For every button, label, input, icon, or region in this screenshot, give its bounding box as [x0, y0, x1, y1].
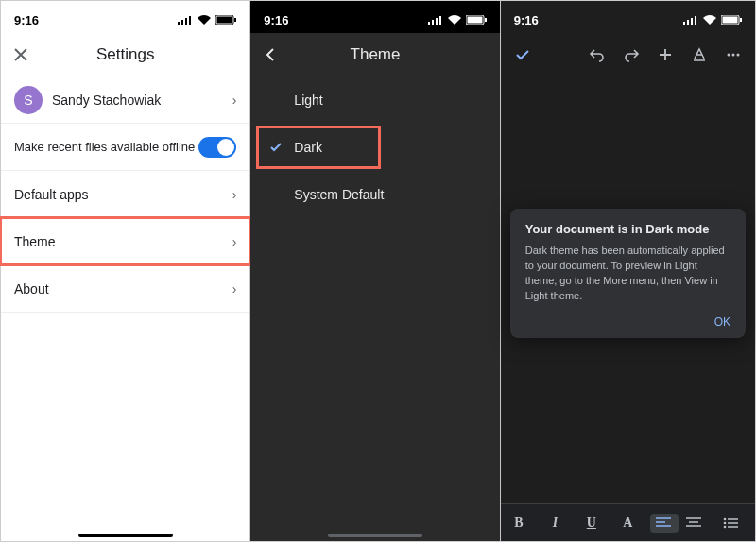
svg-rect-6: [234, 18, 236, 22]
svg-rect-16: [691, 18, 693, 25]
three-screenshot-row: 9:16 Settings S Sandy Stachowiak › Make …: [0, 0, 756, 542]
screen-theme: 9:16 Theme Light Dark Sy: [250, 1, 500, 541]
screen-settings: 9:16 Settings S Sandy Stachowiak › Make …: [1, 1, 250, 541]
svg-point-22: [732, 54, 735, 57]
svg-rect-19: [723, 17, 738, 24]
chevron-left-icon: [262, 46, 279, 63]
chevron-right-icon: ›: [232, 234, 237, 249]
about-label: About: [14, 281, 49, 296]
popup-body: Dark theme has been automatically applie…: [525, 244, 730, 304]
battery-icon: [466, 15, 487, 25]
bold-button[interactable]: B: [505, 516, 533, 531]
svg-rect-0: [178, 22, 180, 25]
plus-icon: [657, 46, 674, 63]
close-icon: [12, 46, 29, 63]
theme-option-label: Dark: [288, 140, 322, 155]
theme-header: Theme: [250, 33, 499, 76]
redo-icon: [623, 46, 640, 63]
text-color-button[interactable]: A: [613, 516, 642, 531]
svg-rect-13: [485, 18, 487, 22]
wifi-icon: [198, 15, 211, 25]
chevron-right-icon: ›: [232, 187, 237, 202]
italic-button[interactable]: I: [541, 516, 569, 531]
more-icon: [725, 46, 742, 63]
popup-ok-button[interactable]: OK: [525, 315, 730, 329]
document-canvas[interactable]: Your document is in Dark mode Dark theme…: [501, 76, 755, 503]
default-apps-row[interactable]: Default apps ›: [1, 171, 249, 218]
list-icon: [723, 517, 738, 529]
avatar: S: [14, 86, 43, 114]
about-row[interactable]: About ›: [1, 265, 249, 313]
status-time: 9:16: [14, 13, 39, 27]
svg-rect-3: [189, 16, 191, 25]
signal-icon: [683, 15, 698, 25]
svg-point-26: [723, 525, 726, 528]
popup-title: Your document is in Dark mode: [525, 222, 730, 236]
offline-toggle-row[interactable]: Make recent files available offline: [1, 124, 249, 171]
check-icon: [264, 140, 288, 155]
status-right: [178, 15, 236, 25]
align-left-button[interactable]: [650, 514, 679, 533]
svg-rect-12: [467, 17, 482, 24]
status-bar: 9:16: [250, 1, 499, 33]
align-center-button[interactable]: [686, 517, 714, 529]
offline-switch[interactable]: [198, 137, 236, 158]
svg-rect-15: [687, 20, 689, 25]
undo-button[interactable]: [589, 46, 606, 63]
list-button[interactable]: [723, 517, 751, 529]
settings-header: Settings: [1, 33, 249, 76]
done-button[interactable]: [514, 46, 531, 63]
home-indicator: [78, 534, 173, 537]
status-time: 9:16: [264, 13, 288, 27]
text-format-icon: [691, 46, 708, 63]
align-left-icon: [656, 517, 671, 529]
account-row[interactable]: S Sandy Stachowiak ›: [1, 76, 249, 124]
status-right: [428, 15, 487, 25]
redo-button[interactable]: [623, 46, 640, 63]
chevron-right-icon: ›: [232, 93, 237, 108]
account-name: Sandy Stachowiak: [52, 93, 161, 108]
back-button[interactable]: [262, 46, 279, 63]
theme-option-label: Light: [288, 93, 322, 108]
close-button[interactable]: [12, 46, 29, 63]
undo-icon: [589, 46, 606, 63]
status-right: [683, 15, 742, 25]
svg-rect-7: [428, 22, 430, 25]
wifi-icon: [703, 15, 716, 25]
theme-option-light[interactable]: Light: [250, 76, 499, 124]
svg-rect-20: [740, 18, 742, 22]
more-button[interactable]: [725, 46, 742, 63]
battery-icon: [215, 15, 236, 25]
svg-rect-8: [432, 20, 434, 25]
offline-label: Make recent files available offline: [14, 140, 195, 154]
check-icon: [514, 46, 531, 63]
settings-title: Settings: [96, 45, 154, 64]
screen-document: 9:16: [501, 1, 755, 541]
text-format-button[interactable]: [691, 46, 708, 63]
chevron-right-icon: ›: [232, 281, 237, 296]
status-bar: 9:16: [1, 1, 249, 33]
underline-button[interactable]: U: [577, 516, 606, 531]
add-button[interactable]: [657, 46, 674, 63]
signal-icon: [178, 15, 193, 25]
theme-option-dark[interactable]: Dark: [250, 124, 499, 171]
theme-option-system[interactable]: System Default: [250, 171, 499, 218]
svg-rect-14: [683, 22, 685, 25]
svg-rect-17: [695, 16, 696, 25]
theme-option-label: System Default: [288, 187, 384, 202]
status-time: 9:16: [514, 13, 539, 27]
svg-rect-10: [439, 16, 441, 25]
theme-row[interactable]: Theme ›: [1, 218, 249, 265]
svg-rect-9: [436, 18, 438, 25]
svg-rect-5: [217, 17, 232, 24]
default-apps-label: Default apps: [14, 187, 89, 202]
svg-point-24: [723, 517, 726, 520]
svg-point-21: [728, 54, 730, 57]
theme-label: Theme: [14, 234, 56, 249]
svg-point-23: [737, 54, 740, 57]
align-center-icon: [686, 517, 701, 529]
svg-rect-2: [185, 18, 187, 25]
svg-point-25: [723, 521, 726, 524]
signal-icon: [428, 15, 443, 25]
svg-rect-1: [181, 20, 183, 25]
